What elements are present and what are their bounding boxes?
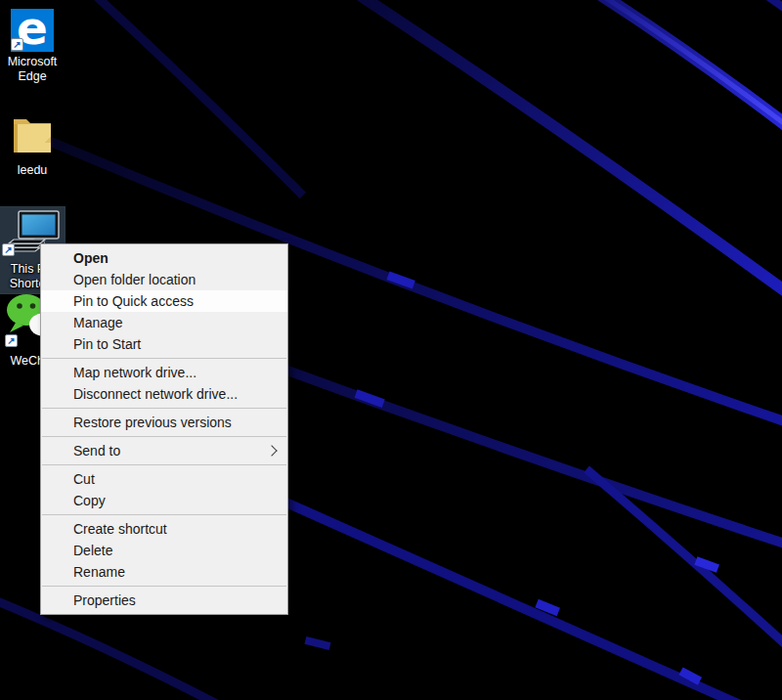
menu-item-open-folder-location[interactable]: Open folder location	[41, 269, 287, 290]
menu-item-open[interactable]: Open	[41, 247, 287, 269]
shortcut-arrow-icon: ↗	[2, 243, 15, 256]
menu-item-restore-previous-versions[interactable]: Restore previous versions	[41, 412, 287, 433]
menu-item-cut[interactable]: Cut	[41, 468, 287, 490]
menu-item-send-to[interactable]: Send to	[41, 440, 287, 461]
menu-separator	[42, 408, 286, 409]
menu-item-rename[interactable]: Rename	[41, 561, 287, 583]
menu-separator	[42, 586, 286, 587]
menu-item-properties[interactable]: Properties	[41, 590, 287, 611]
shortcut-arrow-icon: ↗	[5, 334, 18, 347]
menu-item-delete[interactable]: Delete	[41, 540, 287, 561]
desktop-icon-leedu-folder[interactable]: leedu	[0, 113, 65, 178]
desktop-icon-microsoft-edge[interactable]: e ↗ Microsoft Edge	[0, 9, 65, 84]
menu-item-map-network-drive[interactable]: Map network drive...	[41, 362, 287, 383]
submenu-arrow-icon	[266, 445, 277, 456]
menu-item-create-shortcut[interactable]: Create shortcut	[41, 518, 287, 540]
menu-item-manage[interactable]: Manage	[41, 312, 287, 333]
menu-separator	[42, 436, 286, 437]
menu-separator	[42, 464, 286, 465]
context-menu: Open Open folder location Pin to Quick a…	[40, 243, 288, 615]
menu-separator	[42, 358, 286, 359]
menu-item-disconnect-network-drive[interactable]: Disconnect network drive...	[41, 383, 287, 405]
menu-separator	[42, 514, 286, 515]
shortcut-arrow-icon: ↗	[11, 38, 23, 51]
icon-label: Microsoft Edge	[0, 55, 65, 84]
icon-label: leedu	[0, 163, 65, 178]
menu-item-copy[interactable]: Copy	[41, 490, 287, 511]
folder-icon	[10, 113, 55, 156]
menu-item-pin-to-start[interactable]: Pin to Start	[41, 333, 287, 355]
menu-item-pin-to-quick-access[interactable]: Pin to Quick access	[41, 290, 287, 312]
